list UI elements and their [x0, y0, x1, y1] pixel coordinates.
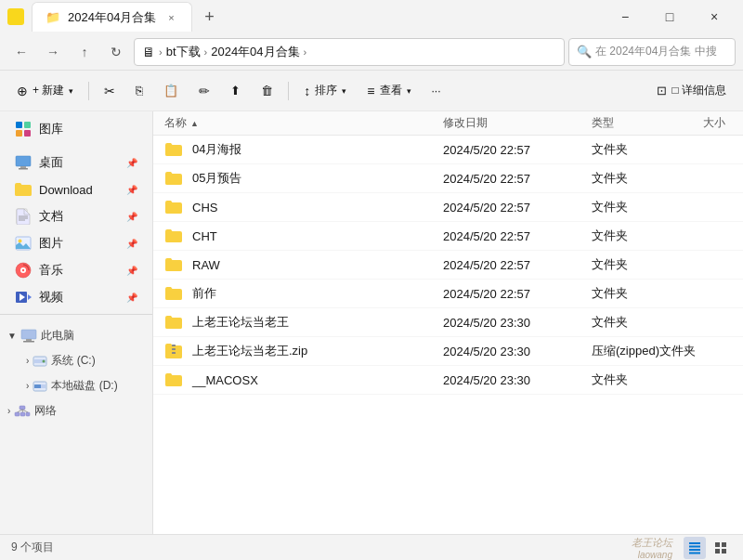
paste-button[interactable]: 📋 — [154, 79, 188, 102]
svg-rect-6 — [19, 168, 28, 170]
file-type: 文件夹 — [592, 285, 703, 302]
svg-point-15 — [22, 269, 24, 271]
sidebar-item-gallery[interactable]: 图库 — [4, 116, 149, 142]
maximize-button[interactable]: □ — [648, 2, 691, 32]
sort-icon: ↕ — [304, 84, 310, 98]
svg-line-34 — [22, 410, 28, 412]
pin-desktop-icon: 📌 — [126, 158, 137, 168]
search-bar[interactable]: 🔍 在 2024年04月合集 中搜 — [568, 38, 736, 66]
table-row[interactable]: CHS 2024/5/20 22:57 文件夹 — [153, 193, 743, 222]
network-section[interactable]: › 网络 — [0, 398, 152, 423]
svg-rect-31 — [26, 412, 30, 416]
column-header-name[interactable]: 名称 ▲ — [164, 115, 443, 131]
file-type: 文件夹 — [592, 228, 703, 244]
sidebar-item-music[interactable]: 音乐 📌 — [4, 257, 149, 283]
column-header-date[interactable]: 修改日期 — [443, 115, 592, 131]
new-tab-button[interactable]: + — [196, 4, 222, 30]
view-button[interactable]: ≡ 查看 ▾ — [358, 78, 420, 103]
breadcrumb-folder[interactable]: 2024年04月合集 — [211, 44, 299, 60]
sidebar-item-documents[interactable]: 文档 📌 — [4, 203, 149, 229]
videos-icon — [15, 289, 32, 306]
file-name: CHT — [192, 229, 443, 243]
sidebar-item-system-c[interactable]: › 系统 (C:) — [0, 348, 152, 373]
sort-dropdown-icon: ▾ — [342, 86, 346, 96]
svg-rect-41 — [689, 552, 700, 553]
refresh-button[interactable]: ↻ — [102, 38, 130, 66]
delete-button[interactable]: 🗑 — [252, 79, 282, 102]
delete-icon: 🗑 — [261, 84, 273, 98]
paste-icon: 📋 — [163, 84, 178, 98]
up-button[interactable]: ↑ — [71, 38, 98, 66]
status-right: 老王论坛 laowang — [632, 536, 732, 560]
column-header-size[interactable]: 大小 — [703, 115, 732, 131]
column-header-type[interactable]: 类型 — [592, 115, 703, 131]
active-tab[interactable]: 📁 2024年04月合集 × — [32, 2, 192, 32]
svg-rect-30 — [20, 412, 25, 416]
file-type: 文件夹 — [592, 314, 703, 331]
share-button[interactable]: ⬆ — [221, 79, 250, 102]
toolbar: ⊕ + 新建 ▾ ✂ ⎘ 📋 ✏ ⬆ 🗑 ↕ 排序 ▾ ≡ 查看 ▾ ··· ⊡… — [0, 71, 743, 111]
rename-button[interactable]: ✏ — [189, 79, 219, 103]
app-icon — [7, 8, 24, 25]
forward-button[interactable]: → — [39, 38, 67, 66]
this-pc-icon — [20, 329, 37, 344]
breadcrumb-bt[interactable]: bt下载 — [166, 44, 201, 60]
gallery-icon — [15, 121, 32, 137]
sidebar-item-download[interactable]: Download 📌 — [4, 176, 149, 202]
file-date: 2024/5/20 22:57 — [443, 229, 592, 243]
sidebar-item-local-d[interactable]: › 本地磁盘 (D:) — [0, 373, 152, 398]
sidebar-item-desktop[interactable]: 桌面 📌 — [4, 150, 149, 176]
table-row[interactable]: RAW 2024/5/20 22:57 文件夹 — [153, 251, 743, 280]
pin-pictures-icon: 📌 — [126, 239, 137, 249]
sidebar-label-pictures: 图片 — [39, 235, 63, 252]
this-pc-section[interactable]: ▼ 此电脑 — [0, 323, 152, 348]
file-icon — [164, 198, 183, 216]
back-button[interactable]: ← — [7, 38, 35, 66]
tab-close-button[interactable]: × — [163, 10, 178, 25]
file-list-header: 名称 ▲ 修改日期 类型 大小 — [153, 111, 743, 136]
file-icon — [164, 313, 183, 332]
search-icon: 🔍 — [577, 45, 592, 59]
table-row[interactable]: 上老王论坛当老王 2024/5/20 23:30 文件夹 — [153, 308, 743, 337]
file-date: 2024/5/20 22:57 — [443, 258, 592, 272]
close-button[interactable]: × — [693, 2, 736, 32]
watermark-line2: laowang — [638, 550, 672, 560]
table-row[interactable]: __MACOSX 2024/5/20 23:30 文件夹 — [153, 366, 743, 395]
table-row[interactable]: CHT 2024/5/20 22:57 文件夹 — [153, 222, 743, 251]
file-icon — [164, 255, 183, 274]
details-view-button[interactable] — [684, 537, 706, 559]
svg-rect-42 — [715, 542, 720, 547]
sidebar-label-download: Download — [39, 183, 93, 197]
more-options-button[interactable]: ··· — [423, 80, 450, 102]
file-date: 2024/5/20 23:30 — [443, 316, 592, 330]
svg-rect-39 — [689, 545, 700, 547]
music-icon — [15, 262, 32, 279]
sort-button[interactable]: ↕ 排序 ▾ — [294, 78, 356, 103]
new-icon: ⊕ — [17, 84, 28, 98]
svg-rect-27 — [34, 384, 41, 388]
minimize-button[interactable]: − — [604, 2, 646, 32]
file-name: RAW — [192, 258, 443, 272]
file-icon — [164, 227, 183, 245]
file-date: 2024/5/20 22:57 — [443, 143, 592, 157]
table-row[interactable]: 前作 2024/5/20 22:57 文件夹 — [153, 280, 743, 308]
details-pane-button[interactable]: ⊡ □ 详细信息 — [647, 78, 736, 103]
sidebar-label-videos: 视频 — [39, 289, 63, 306]
pin-videos-icon: 📌 — [126, 293, 137, 303]
cut-button[interactable]: ✂ — [95, 79, 124, 103]
table-row[interactable]: 04月海报 2024/5/20 22:57 文件夹 — [153, 136, 743, 164]
table-row[interactable]: 05月预告 2024/5/20 22:57 文件夹 — [153, 164, 743, 193]
sidebar-item-pictures[interactable]: 图片 📌 — [4, 230, 149, 256]
copy-button[interactable]: ⎘ — [126, 79, 152, 102]
file-type: 文件夹 — [592, 199, 703, 215]
new-label: + 新建 — [33, 83, 64, 98]
svg-rect-35 — [172, 345, 176, 346]
address-bar[interactable]: 🖥 › bt下载 › 2024年04月合集 › — [134, 38, 565, 66]
table-row[interactable]: 上老王论坛当老王.zip 2024/5/20 23:30 压缩(zipped)文… — [153, 337, 743, 366]
large-icons-view-button[interactable] — [710, 537, 732, 559]
svg-marker-17 — [28, 294, 32, 300]
new-button[interactable]: ⊕ + 新建 ▾ — [7, 78, 83, 103]
sidebar-item-videos[interactable]: 视频 📌 — [4, 284, 149, 310]
file-list: 名称 ▲ 修改日期 类型 大小 04月海报 — [153, 111, 743, 534]
sort-name-icon: ▲ — [190, 119, 199, 128]
